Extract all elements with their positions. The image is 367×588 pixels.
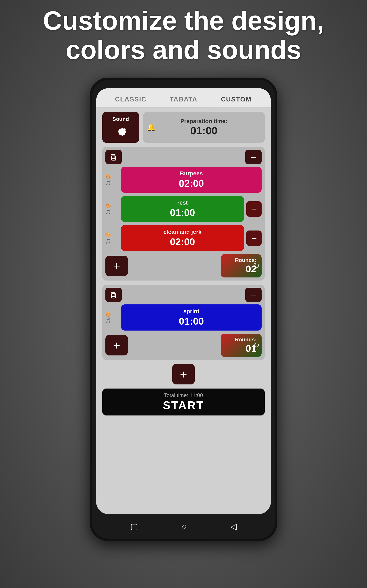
tab-tabata[interactable]: TABATA	[157, 92, 210, 107]
preparation-box[interactable]: 🔔 Preparation time: 01:00	[143, 112, 265, 143]
exercise-burpees[interactable]: Burpees 02:00	[121, 167, 262, 193]
headline: Customize the design, colors and sounds	[0, 6, 367, 65]
exercise-sprint[interactable]: sprint 01:00	[121, 304, 262, 330]
group-1-header: −	[105, 150, 262, 164]
app-content: Sound 🔔 Preparation time: 01:00	[96, 108, 271, 514]
headline-line1: Customize the design,	[43, 6, 324, 35]
prep-label: Preparation time:	[180, 118, 227, 125]
headline-line2: colors and sounds	[66, 35, 301, 65]
rounds-label-2: Rounds:	[226, 337, 257, 343]
nav-square-icon[interactable]: ▢	[130, 522, 138, 531]
add-exercise-2-button[interactable]: +	[105, 335, 128, 355]
copy-icon	[109, 153, 118, 161]
start-button[interactable]: START	[108, 398, 259, 412]
nav-back-icon[interactable]: ◁	[230, 522, 237, 531]
exercise-time-sprint: 01:00	[179, 316, 204, 327]
add-exercise-1-button[interactable]: +	[105, 256, 128, 276]
group-1-footer: + Rounds: 02 ↻	[105, 254, 262, 277]
rounds-refresh-icon-1[interactable]: ↻	[253, 261, 259, 270]
add-group-container: +	[102, 364, 265, 384]
gear-icon	[114, 124, 128, 139]
exercise-row-burpees: 🎨 🎵 Burpees 02:00	[105, 167, 262, 193]
exercise-icons-4: 🎨 🎵	[105, 312, 119, 323]
group-1: − 🎨 🎵 Burpees 02:00	[102, 147, 265, 281]
exercise-row-sprint: 🎨 🎵 sprint 01:00	[105, 304, 262, 330]
exercise-icons-2: 🎨 🎵	[105, 203, 119, 215]
exercise-name-clean-jerk: clean and jerk	[164, 229, 202, 235]
exercise-time-rest: 01:00	[170, 207, 195, 218]
exercise-icons-1: 🎨 🎵	[105, 174, 119, 186]
exercise-row-clean-jerk: 🎨 🎵 clean and jerk 02:00 −	[105, 225, 262, 251]
sound-button[interactable]: Sound	[102, 112, 139, 143]
exercise-icons-3: 🎨 🎵	[105, 232, 119, 244]
remove-clean-jerk-button[interactable]: −	[246, 231, 262, 246]
exercise-rest[interactable]: rest 01:00	[121, 196, 244, 222]
tab-bar: CLASSIC TABATA CUSTOM	[96, 88, 271, 108]
exercise-time-burpees: 02:00	[179, 178, 204, 189]
tab-custom[interactable]: CUSTOM	[210, 92, 263, 107]
phone-screen: CLASSIC TABATA CUSTOM Sound 🔔 Preparatio…	[96, 88, 271, 514]
remove-rest-button[interactable]: −	[246, 201, 262, 217]
exercise-name-rest: rest	[177, 199, 188, 206]
prep-row: Sound 🔔 Preparation time: 01:00	[102, 112, 265, 143]
rounds-box-2[interactable]: Rounds: 01 ↻	[221, 334, 262, 357]
sound-label: Sound	[113, 116, 129, 122]
add-group-button[interactable]: +	[172, 364, 195, 384]
rounds-label-1: Rounds:	[226, 257, 257, 263]
rounds-value-2: 01	[226, 343, 257, 354]
exercise-time-clean-jerk: 02:00	[170, 236, 195, 247]
group-2: − 🎨 🎵 sprint 01:00 +	[102, 285, 265, 360]
exercise-clean-jerk[interactable]: clean and jerk 02:00	[121, 225, 244, 251]
remove-group-1-button[interactable]: −	[245, 150, 262, 164]
rounds-box-1[interactable]: Rounds: 02 ↻	[221, 254, 262, 277]
total-time-label: Total time: 11:00	[108, 392, 259, 398]
copy-icon-2	[109, 291, 118, 299]
copy-button-2[interactable]	[105, 288, 122, 302]
exercise-row-rest: 🎨 🎵 rest 01:00 −	[105, 196, 262, 222]
nav-circle-icon[interactable]: ○	[182, 522, 187, 531]
group-2-footer: + Rounds: 01 ↻	[105, 334, 262, 357]
phone-nav: ▢ ○ ◁	[92, 514, 275, 539]
tab-classic[interactable]: CLASSIC	[104, 92, 157, 107]
start-bar[interactable]: Total time: 11:00 START	[102, 389, 265, 415]
rounds-refresh-icon-2[interactable]: ↻	[253, 341, 259, 350]
exercise-name-sprint: sprint	[184, 308, 200, 315]
prep-time: 01:00	[191, 125, 217, 137]
exercise-name-burpees: Burpees	[180, 170, 203, 177]
phone-frame: CLASSIC TABATA CUSTOM Sound 🔔 Preparatio…	[90, 78, 277, 541]
remove-group-2-button[interactable]: −	[245, 288, 262, 302]
copy-button-1[interactable]	[105, 150, 122, 164]
group-2-header: −	[105, 288, 262, 302]
rounds-value-1: 02	[226, 263, 257, 275]
